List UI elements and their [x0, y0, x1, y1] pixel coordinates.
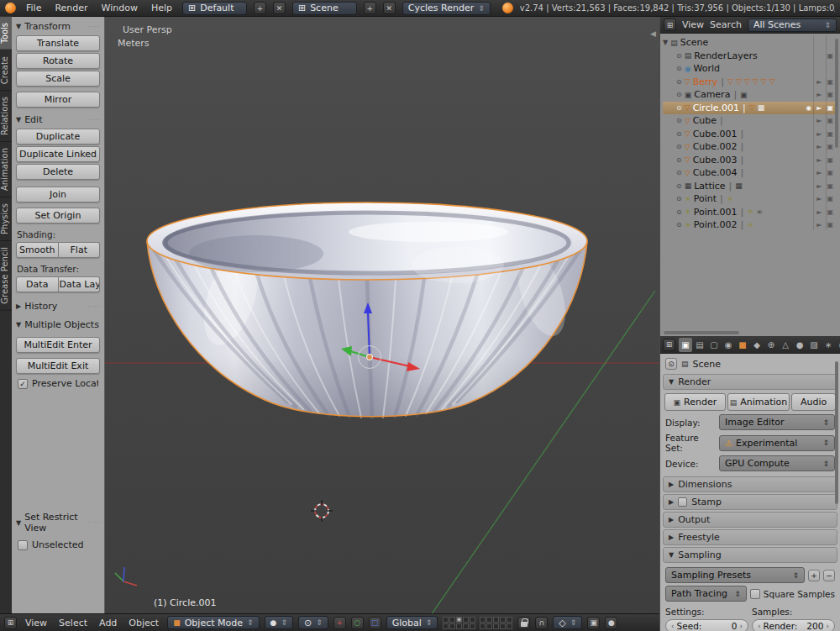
add-layout-button[interactable]: +	[254, 2, 266, 14]
layer-cell[interactable]	[500, 623, 506, 629]
layer-cell[interactable]	[480, 623, 486, 629]
object-name[interactable]: Cube.002	[693, 141, 738, 152]
object-name[interactable]: Cube.001	[693, 129, 738, 139]
menu-object[interactable]: Object	[125, 618, 162, 628]
smooth-button[interactable]: Smooth	[16, 242, 59, 258]
menu-render[interactable]: Render	[51, 3, 91, 13]
outliner-row-scene[interactable]: ▼ ▤ Scene	[663, 36, 838, 50]
restrict-render-icon[interactable]: ▣	[827, 156, 833, 164]
outliner-row-point-001[interactable]: ⊙ ☀ Point.001 | ☀ ∞ ► ▣	[663, 206, 838, 219]
tab-constraints[interactable]: ◆	[750, 338, 764, 352]
object-name[interactable]: RenderLayers	[694, 50, 758, 61]
outliner-scrollbar-vertical[interactable]	[835, 39, 838, 148]
outliner-row-lattice[interactable]: ⊙ ▦ Lattice | ▦ ► ▣	[663, 180, 838, 193]
layer-cell[interactable]	[470, 623, 475, 629]
sampling-presets-dropdown[interactable]: Sampling Presets ⇕	[665, 567, 805, 583]
section-stamp[interactable]: ▶ Stamp	[663, 494, 837, 510]
snap-magnet-button[interactable]: ∩	[535, 617, 548, 629]
section-sampling[interactable]: ▼ Sampling	[663, 547, 837, 563]
pivot-point-selector[interactable]: ⊙ ⇕	[298, 616, 328, 629]
restrict-select-icon[interactable]: ►	[816, 91, 822, 98]
feature-set-dropdown[interactable]: ⚠ Experimental ⇕	[719, 435, 835, 451]
layer-group-2[interactable]	[480, 617, 512, 629]
expand-toggle-icon[interactable]: ⊙	[676, 65, 682, 72]
render-engine-selector[interactable]: Cycles Render ⇕	[402, 2, 491, 15]
panel-header-history[interactable]: ▶ History ····	[12, 297, 104, 313]
join-button[interactable]: Join	[16, 187, 100, 202]
layers-widget[interactable]	[443, 617, 512, 629]
increment-icon[interactable]: ›	[739, 622, 743, 630]
mirror-button[interactable]: Mirror	[16, 92, 100, 108]
panel-header-multi-edit[interactable]: ▼ Multiple Objects Edit	[12, 316, 104, 332]
close-scene-button[interactable]: ✕	[383, 2, 396, 14]
tab-physics[interactable]: Physics	[0, 197, 12, 241]
restrict-select-icon[interactable]: ►	[816, 182, 822, 190]
display-dropdown[interactable]: Image Editor ⇕	[719, 414, 835, 430]
panel-header-transform[interactable]: ▼ Transform ····	[12, 18, 104, 34]
render-image-button[interactable]: ▣ Render	[664, 393, 726, 411]
data-button[interactable]: Data	[16, 276, 59, 292]
outliner-row-point-002[interactable]: ⊙ ☀ Point.002 | ☀ ► ▣	[663, 218, 838, 232]
pin-icon[interactable]: ⊙	[665, 358, 677, 370]
expand-toggle-icon[interactable]: ⊙	[676, 143, 682, 150]
properties-scrollbar-vertical[interactable]	[835, 361, 838, 504]
layer-cell[interactable]	[480, 617, 486, 623]
restrict-render-icon[interactable]: ▣	[827, 130, 833, 138]
object-name[interactable]: Scene	[680, 37, 709, 48]
restrict-render-icon[interactable]: ▣	[827, 169, 833, 176]
menu-file[interactable]: File	[23, 3, 45, 13]
restrict-select-icon[interactable]: ►	[816, 221, 822, 229]
duplicate-linked-button[interactable]: Duplicate Linked	[16, 146, 100, 162]
outliner-row-berry[interactable]: ⊙ ▽ Berry | ▽ ▽ ▽ ▽ ▽ ▽ ► ▣	[663, 76, 838, 89]
outliner-row-cube-004[interactable]: ⊙ ▽ Cube.004 | ► ▣	[663, 166, 838, 180]
render-animation-button[interactable]: ▤ Animation	[727, 393, 790, 411]
render-samples-stepper[interactable]: ‹ Render: 200 ›	[752, 619, 835, 631]
object-name[interactable]: Cube.003	[693, 155, 738, 166]
unselected-checkbox[interactable]: Unselected	[18, 539, 98, 550]
outliner-menu-view[interactable]: View	[682, 19, 704, 30]
set-origin-button[interactable]: Set Origin	[16, 208, 100, 223]
add-preset-button[interactable]: +	[808, 570, 820, 581]
tab-data[interactable]: △	[779, 338, 792, 352]
restrict-select-icon[interactable]: ►	[816, 117, 822, 124]
object-name[interactable]: Camera	[694, 89, 730, 100]
tab-render-layers[interactable]: ▤	[693, 338, 706, 352]
outliner-row-cube-002[interactable]: ⊙ ▽ Cube.002 | ► ▣	[663, 140, 838, 154]
scene-selector[interactable]: ⊞ Scene	[292, 2, 357, 15]
restrict-render-icon[interactable]: ▣	[827, 104, 833, 112]
expand-toggle-icon[interactable]: ⊙	[676, 182, 682, 190]
restrict-select-icon[interactable]: ►	[816, 208, 822, 216]
tab-render[interactable]: ▣	[679, 338, 692, 352]
menu-help[interactable]: Help	[148, 3, 176, 13]
tab-grease-pencil[interactable]: Grease Pencil	[0, 241, 12, 311]
device-dropdown[interactable]: GPU Compute ⇕	[719, 455, 835, 471]
duplicate-button[interactable]: Duplicate	[16, 129, 100, 145]
object-name[interactable]: Point	[694, 193, 717, 204]
viewport-3d[interactable]: User Persp Meters (1) Circle.001 ◀	[105, 17, 659, 613]
outliner-row-camera[interactable]: ⊙ ▣ Camera | ▣ ► ▣	[663, 88, 838, 102]
tab-world[interactable]: ◉	[722, 338, 735, 352]
section-freestyle[interactable]: ▶ Freestyle	[663, 529, 837, 545]
mode-selector[interactable]: ■ Object Mode ⇕	[167, 616, 259, 629]
tab-texture[interactable]: ▨	[807, 338, 821, 352]
restrict-select-icon[interactable]: ►	[816, 130, 822, 138]
multiedit-exit-button[interactable]: MultiEdit Exit	[16, 358, 100, 374]
collapse-icon[interactable]: ▼	[663, 39, 668, 46]
outliner-row-world[interactable]: ⊙ ◉ World	[663, 62, 838, 76]
outliner-row-circle-001[interactable]: ⊙ ▽ Circle.001 | ▽ ▦ ◉ ► ▣	[663, 102, 838, 115]
outliner-row-point[interactable]: ⊙ ☀ Point | ☀ ► ▣	[663, 192, 838, 206]
layer-group-1[interactable]	[443, 617, 475, 629]
tab-scene[interactable]: ▢	[707, 338, 721, 352]
layer-cell[interactable]	[486, 623, 492, 629]
expand-toggle-icon[interactable]: ⊙	[676, 195, 682, 202]
outliner-scrollbar-horizontal[interactable]	[664, 331, 739, 334]
restrict-select-icon[interactable]: ►	[816, 195, 822, 202]
remove-preset-button[interactable]: −	[823, 570, 835, 581]
layer-cell[interactable]	[507, 623, 512, 629]
outliner-menu-search[interactable]: Search	[710, 19, 742, 30]
screen-layout-selector[interactable]: ⊞ Default	[182, 2, 247, 15]
layer-cell[interactable]	[463, 623, 469, 629]
delete-button[interactable]: Delete	[16, 164, 100, 180]
manipulator-translate-button[interactable]: +	[333, 617, 346, 629]
snap-element-selector[interactable]: ◇ ⇕	[553, 616, 582, 629]
